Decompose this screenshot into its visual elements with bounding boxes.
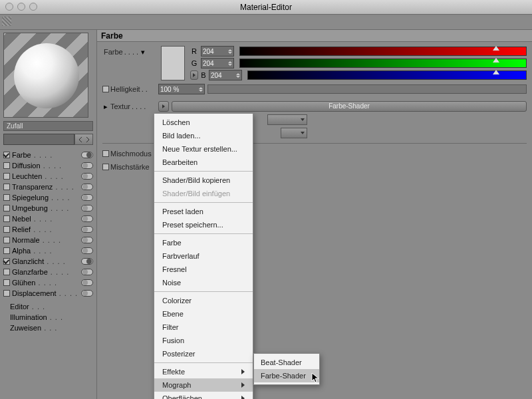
menu-item[interactable]: Farbverlauf [154, 249, 253, 263]
checkbox-icon[interactable] [3, 290, 10, 297]
name-nav [3, 134, 93, 145]
brightness-field[interactable]: 100 % [158, 84, 205, 94]
channel-gluehen[interactable]: Glühen . . . . [3, 277, 93, 288]
toggle-switch[interactable] [81, 162, 93, 169]
channel-label: Leuchten . . . . [12, 172, 79, 180]
channel-relief[interactable]: Relief . . . . [3, 224, 93, 235]
checkbox-icon[interactable] [3, 152, 10, 158]
channel-leuchten[interactable]: Leuchten . . . . [3, 171, 93, 182]
link-editor[interactable]: Editor . . . [3, 301, 93, 312]
link-illumination[interactable]: Illumination . . . [3, 312, 93, 323]
menu-item[interactable]: Posterizer [154, 347, 253, 360]
b-slider[interactable] [247, 70, 527, 80]
channel-nebel[interactable]: Nebel . . . . [3, 213, 93, 224]
checkbox-icon[interactable] [3, 269, 10, 275]
menu-item[interactable]: Bearbeiten [154, 156, 253, 169]
channel-transparenz[interactable]: Transparenz . . . . [3, 182, 93, 192]
menu-item[interactable]: Filter [154, 321, 253, 334]
b-field[interactable]: 204 [209, 70, 242, 80]
grip-icon[interactable] [2, 17, 11, 26]
g-field[interactable]: 204 [201, 58, 234, 68]
checkbox-icon[interactable] [3, 173, 10, 180]
menu-item[interactable]: Shader/Bild kopieren [154, 174, 253, 187]
brightness-enable-checkbox[interactable] [102, 86, 109, 92]
mograph-submenu[interactable]: Beat-ShaderFarbe-Shader [253, 353, 320, 385]
channel-spiegelung[interactable]: Spiegelung . . . . [3, 192, 93, 203]
toggle-switch[interactable] [81, 173, 93, 180]
toggle-switch[interactable] [81, 184, 93, 190]
menu-item[interactable]: Noise [154, 276, 253, 289]
menu-item[interactable]: Löschen [154, 116, 253, 129]
toggle-switch[interactable] [81, 237, 93, 243]
material-preview[interactable] [3, 33, 88, 118]
color-picker-button[interactable] [190, 70, 198, 80]
menu-item[interactable]: Ebene [154, 307, 253, 321]
mixstrength-enable-checkbox[interactable] [102, 164, 109, 170]
channel-glanzlicht[interactable]: Glanzlicht . . . . [3, 256, 93, 267]
channel-farbe[interactable]: Farbe . . . . [3, 150, 93, 160]
checkbox-icon[interactable] [3, 162, 10, 169]
toggle-switch[interactable] [81, 290, 93, 297]
checkbox-icon[interactable] [3, 194, 10, 201]
menu-item[interactable]: Oberflächen [154, 392, 253, 399]
toggle-switch[interactable] [81, 152, 93, 158]
toggle-switch[interactable] [81, 247, 93, 254]
texture-name-button[interactable]: Farbe-Shader [172, 101, 527, 112]
chevron-right-icon[interactable]: ▸ [102, 102, 109, 111]
menu-item[interactable]: Preset speichern... [154, 218, 253, 231]
channel-glanzfarbe[interactable]: Glanzfarbe . . . . [3, 267, 93, 277]
name-input[interactable] [3, 134, 74, 145]
zoom-icon[interactable] [29, 3, 37, 11]
toggle-switch[interactable] [81, 215, 93, 222]
checkbox-icon[interactable] [3, 237, 10, 243]
menu-item[interactable]: Fusion [154, 334, 253, 347]
menu-item[interactable]: Effekte [154, 365, 253, 378]
toggle-switch[interactable] [81, 258, 93, 265]
toggle-switch[interactable] [81, 269, 93, 275]
toggle-switch[interactable] [81, 194, 93, 201]
checkbox-icon[interactable] [3, 258, 10, 265]
checkbox-icon[interactable] [3, 247, 10, 254]
close-icon[interactable] [5, 3, 13, 11]
menu-item[interactable]: Mograph [154, 378, 253, 392]
r-slider[interactable] [239, 47, 527, 56]
window-title: Material-Editor [240, 3, 292, 12]
toggle-switch[interactable] [81, 205, 93, 211]
checkbox-icon[interactable] [3, 184, 10, 190]
sampling-dropdown[interactable] [267, 114, 307, 125]
checkbox-icon[interactable] [3, 226, 10, 233]
checkbox-icon[interactable] [3, 279, 10, 286]
toggle-switch[interactable] [81, 226, 93, 233]
checkbox-icon[interactable] [3, 205, 10, 211]
texture-context-menu[interactable]: LöschenBild laden...Neue Textur erstelle… [154, 113, 253, 399]
submenu-item[interactable]: Farbe-Shader [254, 369, 319, 382]
menu-item[interactable]: Farbe [154, 236, 253, 249]
texture-menu-button[interactable] [158, 101, 169, 112]
channel-displacement[interactable]: Displacement . . . . [3, 288, 93, 299]
material-name-field[interactable]: Zufall [3, 121, 93, 131]
channel-diffusion[interactable]: Diffusion . . . . [3, 160, 93, 171]
menu-item[interactable]: Colorizer [154, 294, 253, 307]
toggle-switch[interactable] [81, 279, 93, 286]
color-swatch[interactable] [161, 46, 185, 80]
submenu-item[interactable]: Beat-Shader [254, 356, 319, 369]
channel-normale[interactable]: Normale . . . . [3, 235, 93, 245]
minimize-icon[interactable] [17, 3, 25, 11]
prev-next-buttons[interactable] [74, 134, 93, 145]
checkbox-icon[interactable] [3, 215, 10, 222]
r-field[interactable]: 204 [201, 46, 234, 57]
menu-item[interactable]: Fresnel [154, 263, 253, 276]
window-controls[interactable] [5, 3, 37, 11]
link-zuweisen[interactable]: Zuweisen . . . [3, 323, 93, 333]
mixmode-enable-checkbox[interactable] [102, 150, 109, 157]
brightness-slider[interactable] [207, 84, 527, 94]
menu-item[interactable]: Bild laden... [154, 129, 253, 142]
offset-field[interactable] [281, 128, 307, 138]
channel-umgebung[interactable]: Umgebung . . . . [3, 203, 93, 213]
chevron-down-icon[interactable]: ▾ [140, 48, 146, 57]
menu-item[interactable]: Preset laden [154, 205, 253, 218]
g-slider[interactable] [239, 59, 527, 68]
menu-item[interactable]: Neue Textur erstellen... [154, 142, 253, 156]
channel-alpha[interactable]: Alpha . . . . [3, 245, 93, 256]
channel-label: Transparenz . . . . [12, 183, 79, 191]
